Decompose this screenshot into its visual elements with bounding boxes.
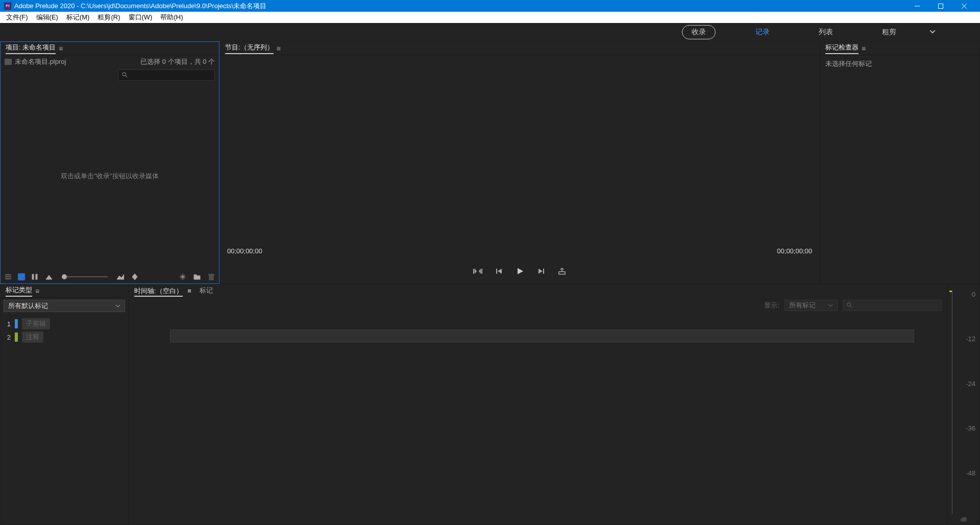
clear-button[interactable] (207, 272, 216, 281)
mark-inout-button[interactable] (473, 267, 482, 277)
svg-rect-20 (209, 274, 214, 275)
svg-rect-10 (36, 274, 37, 279)
sort-button[interactable] (130, 272, 139, 281)
project-empty-hint: 双击或单击"收录"按钮以收录媒体 (61, 172, 158, 181)
svg-marker-11 (46, 275, 52, 279)
menu-marker[interactable]: 标记(M) (62, 12, 94, 23)
timecode-current[interactable]: 00;00;00;00 (227, 247, 262, 255)
project-file-name: 未命名项目.plproj (15, 57, 66, 66)
maximize-button[interactable] (929, 1, 952, 12)
timeline-search-input[interactable] (843, 300, 942, 311)
panel-menu-icon[interactable]: ≡ (277, 44, 281, 53)
panel-menu-icon[interactable]: ≡ (862, 44, 866, 53)
marker-type-item[interactable]: 2 注释 (4, 330, 125, 344)
svg-marker-28 (538, 269, 543, 274)
svg-rect-9 (32, 274, 34, 279)
svg-rect-1 (939, 4, 943, 8)
svg-marker-12 (117, 274, 124, 279)
step-back-button[interactable] (496, 268, 503, 276)
new-bin-button[interactable] (192, 272, 202, 281)
project-panel: 项目: 未命名项目 ≡ 未命名项目.plproj 已选择 0 个项目，共 0 个… (1, 42, 219, 283)
menu-edit[interactable]: 编辑(E) (32, 12, 62, 23)
svg-rect-19 (209, 275, 213, 280)
workspace-tab-logging[interactable]: 记录 (746, 26, 779, 39)
program-panel-title[interactable]: 节目:（无序列） (225, 43, 274, 54)
chevron-down-icon (115, 303, 120, 308)
thumbnail-view-button[interactable] (18, 273, 25, 280)
app-icon: Pl (4, 3, 11, 10)
timeline-filter-dropdown[interactable]: 所有标记 (785, 300, 838, 311)
marker-template-dropdown[interactable]: 所有默认标记 (4, 300, 125, 312)
minimize-button[interactable] (905, 1, 929, 12)
timeline-panel-title[interactable]: 时间轴:（空白） (134, 287, 183, 297)
svg-marker-23 (479, 269, 481, 274)
inspector-panel-header: 标记检查器 ≡ (820, 42, 979, 55)
meter-peak-indicator (949, 291, 952, 292)
list-view-button[interactable] (4, 272, 13, 281)
meter-tick: -48 (966, 469, 975, 477)
audio-meter[interactable]: 0 -12 -24 -36 -48 (948, 284, 979, 517)
search-icon (846, 302, 853, 309)
panel-menu-icon[interactable]: ≡ (187, 287, 191, 295)
workspace-tab-roughcut[interactable]: 粗剪 (873, 26, 905, 39)
program-monitor-panel: 节目:（无序列） ≡ 00;00;00;00 00;00;00;00 (220, 42, 819, 283)
export-button[interactable] (558, 267, 566, 277)
project-panel-header: 项目: 未命名项目 ≡ (1, 42, 219, 55)
menu-help[interactable]: 帮助(H) (156, 12, 187, 23)
meter-tick: -12 (966, 335, 975, 343)
program-monitor-view[interactable]: 00;00;00;00 00;00;00;00 (220, 55, 819, 260)
marker-template-value: 所有默认标记 (8, 301, 48, 311)
panel-menu-icon[interactable]: ≡ (59, 44, 63, 53)
freeform-view-button[interactable] (30, 272, 39, 281)
panel-menu-icon[interactable]: ≡ (35, 287, 39, 295)
timeline-panel: 时间轴:（空白） ≡ 标记 显示: 所有标记 (129, 284, 947, 524)
marker-type-label: 注释 (22, 331, 43, 343)
svg-rect-30 (559, 272, 565, 274)
meter-tick: -24 (966, 380, 975, 388)
svg-marker-14 (132, 277, 137, 280)
markertype-panel-title[interactable]: 标记类型 (6, 285, 32, 297)
svg-line-32 (850, 306, 852, 308)
find-button[interactable] (178, 272, 187, 281)
timeline-track[interactable] (170, 329, 914, 343)
timeline-tab-markers[interactable]: 标记 (200, 286, 213, 296)
project-bin-area[interactable]: 双击或单击"收录"按钮以收录媒体 (1, 82, 219, 270)
svg-marker-13 (132, 274, 137, 277)
zoom-in-icon (116, 272, 125, 281)
workspace-bar: 收录 记录 列表 粗剪 (0, 23, 980, 41)
timeline-show-label: 显示: (764, 301, 779, 310)
menu-window[interactable]: 窗口(W) (125, 12, 157, 23)
project-search-input[interactable] (118, 69, 215, 81)
audio-meter-panel: 0 -12 -24 -36 -48 dB (948, 284, 979, 524)
close-button[interactable] (952, 1, 976, 12)
play-button[interactable] (516, 267, 524, 277)
meter-tick: -36 (966, 424, 975, 432)
workspace-overflow-button[interactable] (926, 26, 939, 39)
project-info-row: 未命名项目.plproj 已选择 0 个项目，共 0 个 (1, 55, 219, 68)
timecode-duration: 00;00;00;00 (777, 247, 812, 255)
timeline-tracks-area[interactable] (129, 313, 947, 524)
menu-file[interactable]: 文件(F) (2, 12, 32, 23)
meter-tick: 0 (972, 291, 975, 298)
thumbnail-size-slider[interactable] (62, 276, 108, 277)
marker-type-item[interactable]: 1 子剪辑 (4, 317, 125, 330)
project-toolbar (1, 270, 219, 283)
menu-bar: 文件(F) 编辑(E) 标记(M) 粗剪(R) 窗口(W) 帮助(H) (0, 12, 980, 23)
svg-rect-24 (481, 269, 482, 274)
marker-color-swatch (15, 319, 18, 328)
transport-controls (220, 260, 819, 283)
step-forward-button[interactable] (537, 268, 545, 276)
bin-icon (5, 59, 12, 65)
project-panel-title[interactable]: 项目: 未命名项目 (6, 43, 56, 54)
title-bar: Pl Adobe Prelude 2020 - C:\Users\jd\Docu… (0, 0, 980, 12)
svg-rect-21 (473, 269, 474, 274)
menu-roughcut[interactable]: 粗剪(R) (93, 12, 124, 23)
workspace-tab-list[interactable]: 列表 (810, 26, 842, 39)
audio-meter-scale: 0 -12 -24 -36 -48 (952, 291, 975, 514)
svg-marker-22 (475, 269, 477, 274)
inspector-panel-title[interactable]: 标记检查器 (825, 43, 859, 54)
program-panel-header: 节目:（无序列） ≡ (220, 42, 819, 55)
workspace-tab-ingest[interactable]: 收录 (682, 25, 716, 39)
marker-type-index: 2 (4, 333, 11, 341)
inspector-empty-text: 未选择任何标记 (820, 55, 979, 73)
